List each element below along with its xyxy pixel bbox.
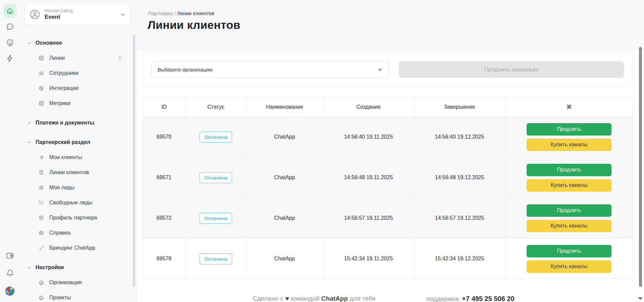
chevron-right-icon xyxy=(27,121,32,125)
col-header-name: Наименование xyxy=(246,97,323,116)
extend-button[interactable]: Продлить xyxy=(527,123,611,136)
employees-icon xyxy=(38,70,44,76)
cell-ends: 15:42:34 19.12.2025 xyxy=(414,239,505,279)
user-avatar[interactable] xyxy=(4,285,16,297)
cell-name: ChatApp xyxy=(246,117,323,157)
extend-button[interactable]: Продлить xyxy=(527,245,611,257)
chevron-down-icon xyxy=(120,12,125,17)
home-icon xyxy=(6,7,14,15)
sidebar-item-lines[interactable]: Линии 6 xyxy=(25,50,130,65)
extend-button[interactable]: Продлить xyxy=(527,204,611,217)
scroll-down-arrow-icon[interactable] xyxy=(638,297,643,300)
sidebar-item-employees[interactable]: Сотрудники xyxy=(25,65,130,81)
heart-icon: ♥ xyxy=(285,295,289,302)
sidebar-item-my-leads[interactable]: Мои лиды xyxy=(25,180,130,195)
sidebar-item-my-clients[interactable]: Мои клиенты xyxy=(25,150,130,165)
made-with-love-text: Сделано с ♥ командой ChatApp для тебя xyxy=(253,295,376,302)
bots-button[interactable] xyxy=(4,36,16,49)
table-row: 69572 Оплачена ChatApp 14:56:57 19.11.20… xyxy=(143,198,633,238)
section-settings[interactable]: Настройки xyxy=(25,260,130,275)
page-scrollbar[interactable] xyxy=(639,47,642,287)
robot-icon xyxy=(6,38,14,47)
icon-rail xyxy=(0,0,20,302)
breadcrumb-separator: / xyxy=(174,10,177,16)
automation-button[interactable] xyxy=(4,52,16,65)
sidebar-item-branding[interactable]: Брендинг ChatApp xyxy=(25,240,130,255)
chat-bubble-icon xyxy=(6,22,14,31)
bell-icon xyxy=(6,269,14,278)
metrics-icon xyxy=(38,100,44,106)
org-switcher[interactable]: Moscow Calling Event xyxy=(25,4,130,25)
status-badge: Оплачена xyxy=(200,253,232,264)
lines-icon xyxy=(38,55,44,61)
cell-name: ChatApp xyxy=(246,157,323,198)
cell-id: 69571 xyxy=(143,157,186,198)
org-title: Event xyxy=(45,13,73,20)
sidebar: Moscow Calling Event Основное Линии 6 Со… xyxy=(20,0,137,302)
chevron-down-icon xyxy=(27,265,32,270)
table-row: 69571 Оплачена ChatApp 14:56:48 19.11.20… xyxy=(143,157,633,198)
org-subtitle: Moscow Calling xyxy=(45,8,73,13)
notifications-button[interactable] xyxy=(4,267,16,280)
organization-select[interactable]: Выберите организацию xyxy=(151,61,389,78)
sidebar-item-projects[interactable]: Проекты xyxy=(25,290,130,302)
extend-multiple-button[interactable]: Продлить несколько xyxy=(399,61,624,78)
chevron-down-icon xyxy=(378,67,383,72)
buy-channels-button[interactable]: Купить каналы xyxy=(527,139,611,151)
filter-panel: Выберите организацию Продлить несколько xyxy=(142,53,633,87)
main-content: Партнерка / Линии клиентов Линии клиенто… xyxy=(137,0,644,302)
wallet-icon xyxy=(5,251,14,260)
table-row: 69578 Оплачена ChatApp 15:42:34 19.11.20… xyxy=(143,238,633,279)
organization-select-value: Выберите организацию xyxy=(158,67,213,72)
chats-button[interactable] xyxy=(4,20,16,33)
extend-button[interactable]: Продлить xyxy=(527,164,611,176)
support-text: поддержка: +7 495 25 506 20 xyxy=(426,295,515,302)
document-icon xyxy=(38,169,44,175)
cell-created: 15:42:34 19.11.2025 xyxy=(323,239,414,279)
section-payments[interactable]: Платежи и документы xyxy=(25,115,130,130)
lines-count-badge: 6 xyxy=(119,55,121,61)
sidebar-item-metrics[interactable]: Метрики xyxy=(25,96,130,111)
cell-ends: 14:56:57 19.12.2025 xyxy=(414,198,505,238)
section-main[interactable]: Основное xyxy=(25,36,130,50)
basket-icon xyxy=(38,185,44,191)
cell-name: ChatApp xyxy=(246,198,323,238)
info-icon xyxy=(38,230,44,236)
wallet-button[interactable] xyxy=(4,249,16,262)
cell-id: 69570 xyxy=(143,117,186,157)
lightning-icon xyxy=(6,54,14,63)
buy-channels-button[interactable]: Купить каналы xyxy=(527,179,611,192)
cell-created: 14:56:57 19.11.2025 xyxy=(323,198,414,238)
status-badge: Оплачена xyxy=(200,213,232,224)
page-title: Линии клиентов xyxy=(148,18,240,32)
buy-channels-button[interactable]: Купить каналы xyxy=(527,260,611,273)
cell-id: 69578 xyxy=(143,239,186,279)
sidebar-item-partner-profile[interactable]: Профиль партнера xyxy=(25,210,130,225)
home-button[interactable] xyxy=(3,4,17,17)
col-header-actions-command-icon: ⌘ xyxy=(505,97,633,116)
cart-icon xyxy=(38,200,44,206)
support-phone[interactable]: +7 495 25 506 20 xyxy=(462,295,514,302)
brand-name: ChatApp xyxy=(321,295,348,302)
status-badge: Оплачена xyxy=(200,132,232,143)
sidebar-item-integrations[interactable]: Интеграции xyxy=(25,81,130,96)
breadcrumb-current: Линии клиентов xyxy=(177,10,214,16)
sidebar-item-free-leads[interactable]: Свободные лиды xyxy=(25,195,130,210)
cell-name: ChatApp xyxy=(246,239,323,279)
table-header-row: ID Статус Наименование Создание Завершен… xyxy=(143,97,633,116)
col-header-created: Создание xyxy=(323,97,414,116)
chevron-down-icon xyxy=(27,140,32,145)
buy-channels-button[interactable]: Купить каналы xyxy=(527,220,611,232)
gear-icon xyxy=(38,295,44,301)
cell-ends: 14:56:40 19.12.2025 xyxy=(414,117,505,157)
status-badge: Оплачена xyxy=(200,172,232,183)
sidebar-item-help[interactable]: Справка xyxy=(25,225,130,240)
integrations-icon xyxy=(38,85,44,91)
section-partner[interactable]: Партнерский раздел xyxy=(25,135,130,150)
breadcrumb-parent[interactable]: Партнерка xyxy=(148,10,173,16)
sidebar-scrollbar[interactable] xyxy=(133,35,135,287)
table-row: 69570 Оплачена ChatApp 14:56:40 19.11.20… xyxy=(143,116,633,157)
chevron-down-icon xyxy=(27,41,32,45)
sidebar-item-client-lines[interactable]: Линии клиентов xyxy=(25,165,130,180)
sidebar-item-organization[interactable]: Организация xyxy=(25,275,130,290)
